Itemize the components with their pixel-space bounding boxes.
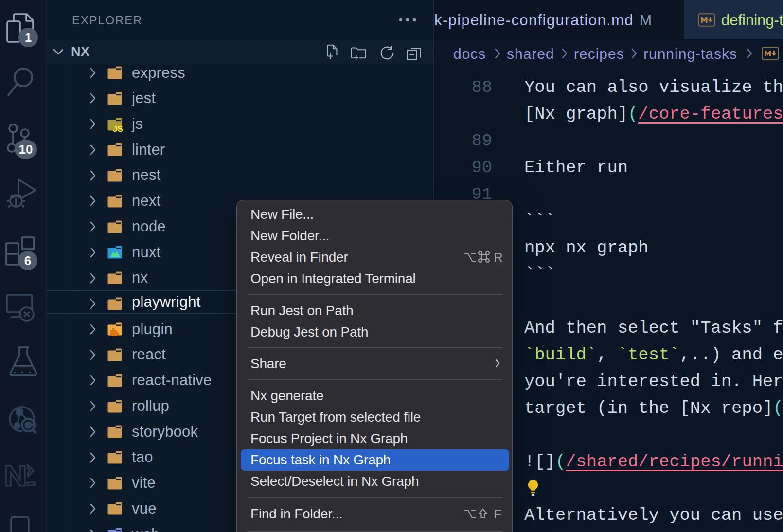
svg-text:10: 10 [19, 142, 33, 157]
svg-text:JS: JS [113, 124, 123, 134]
svg-text:1: 1 [25, 30, 32, 45]
svg-text:R: R [494, 250, 502, 265]
svg-text:6: 6 [24, 253, 31, 268]
svg-text:F: F [494, 507, 501, 521]
